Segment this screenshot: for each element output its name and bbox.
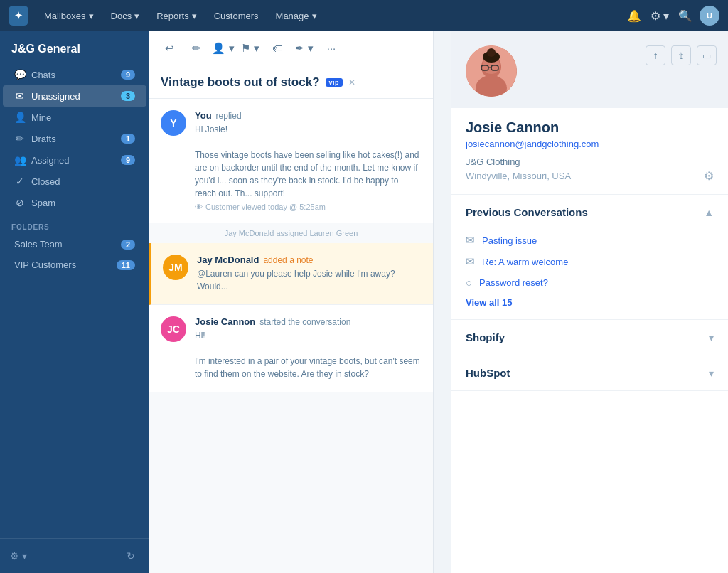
shopify-title: Shopify (466, 331, 505, 343)
nav-reports[interactable]: Reports ▾ (149, 8, 204, 24)
nav-customers[interactable]: Customers (207, 8, 266, 24)
sidebar-item-vip-customers[interactable]: VIP Customers 11 (3, 255, 146, 275)
hubspot-chevron: ▾ (709, 368, 714, 379)
sidebar-label-spam: Spam (31, 198, 135, 208)
msg-action-jay: added a note (263, 255, 313, 265)
customer-panel: f 𝕥 ▭ Josie Cannon josiecannon@jandgclot… (451, 31, 728, 573)
sidebar-item-sales-team[interactable]: Sales Team 2 (3, 234, 146, 255)
sidebar-item-assigned[interactable]: 👥 Assigned 9 (3, 149, 146, 171)
message-josie[interactable]: JC Josie Cannon started the conversation… (149, 305, 433, 392)
sidebar-item-chats[interactable]: 💬 Chats 9 (3, 64, 146, 85)
sidebar-item-unassigned[interactable]: ✉ Unassigned 3 (3, 85, 146, 107)
nav-logo[interactable]: ✦ (9, 6, 28, 26)
shopify-section: Shopify ▾ (451, 320, 728, 355)
sidebar-label-mine: Mine (31, 112, 135, 123)
toolbar-compose-button[interactable]: ✒ ▾ (293, 37, 316, 60)
sidebar-title: J&G General (0, 31, 149, 64)
toolbar-assign-button[interactable]: 👤 ▾ (212, 37, 235, 60)
prev-conv-chat-icon: ○ (466, 277, 472, 289)
customer-avatar (466, 45, 517, 97)
mine-icon: 👤 (14, 112, 26, 123)
toolbar-more-button[interactable]: ··· (320, 37, 343, 60)
msg-text-jay: @Lauren can you please help Josie while … (197, 267, 422, 293)
sidebar-settings-icon[interactable]: ⚙ ▾ (9, 546, 28, 566)
sidebar-label-vip-customers: VIP Customers (14, 259, 111, 270)
sidebar-item-closed[interactable]: ✓ Closed (3, 171, 146, 192)
closed-icon: ✓ (14, 176, 26, 187)
hubspot-header[interactable]: HubSpot ▾ (451, 355, 728, 390)
shopify-header[interactable]: Shopify ▾ (451, 320, 728, 355)
prev-conv-warm-welcome[interactable]: ✉ Re: A warm welcome (466, 251, 714, 272)
avatar-jay: JM (163, 255, 188, 280)
previous-conversations-section: Previous Conversations ▲ ✉ Pasting issue… (451, 195, 728, 320)
sidebar-badge-assigned: 9 (121, 155, 135, 165)
sidebar-badge-drafts: 1 (121, 134, 135, 144)
msg-sender-josie: Josie Cannon (195, 316, 255, 327)
nav-docs[interactable]: Docs ▾ (104, 8, 147, 24)
msg-content-jay: Jay McDonald added a note @Lauren can yo… (197, 255, 422, 293)
sidebar-bottom: ⚙ ▾ ↻ (0, 538, 149, 573)
customer-name: Josie Cannon (466, 119, 714, 136)
prev-conv-email-icon-1: ✉ (466, 234, 475, 247)
twitter-icon[interactable]: 𝕥 (671, 45, 691, 65)
user-avatar[interactable]: U (700, 6, 719, 26)
main-layout: J&G General 💬 Chats 9 ✉ Unassigned 3 👤 M… (0, 31, 728, 573)
sidebar-label-chats: Chats (31, 70, 115, 80)
view-all-link[interactable]: View all 15 (466, 293, 714, 308)
right-panel (434, 31, 451, 573)
sidebar-badge-unassigned: 3 (121, 91, 135, 101)
conv-messages: Y You replied Hi Josie!Those vintage boo… (149, 99, 433, 573)
facebook-icon[interactable]: f (646, 45, 665, 65)
chat-icon: 💬 (14, 69, 26, 80)
customer-email[interactable]: josiecannon@jandgclothing.com (466, 139, 714, 149)
remove-vip-icon[interactable]: ✕ (348, 77, 355, 87)
previous-conversations-header[interactable]: Previous Conversations ▲ (451, 195, 728, 230)
drafts-icon: ✏ (14, 133, 26, 144)
sidebar-badge-vip-customers: 11 (117, 260, 135, 270)
spam-icon: ⊘ (14, 197, 26, 208)
prev-conv-body: ✉ Pasting issue ✉ Re: A warm welcome ○ P… (451, 230, 728, 319)
customer-avatar-img (466, 45, 517, 97)
customer-location: Windyville, Missouri, USA ⚙ (466, 169, 714, 183)
website-icon[interactable]: ▭ (697, 45, 717, 65)
conversation-list: ↩ ✏ 👤 ▾ ⚑ ▾ 🏷 ✒ ▾ ··· Vintage boots out … (149, 31, 434, 573)
customer-header: f 𝕥 ▭ (451, 31, 728, 108)
settings-icon[interactable]: ⚙ ▾ (648, 4, 671, 27)
assigned-icon: 👥 (14, 154, 26, 166)
toolbar-tag-button[interactable]: 🏷 (266, 37, 289, 60)
notifications-icon[interactable]: 🔔 (623, 4, 646, 27)
avatar-you: Y (161, 110, 186, 136)
prev-conv-pasting[interactable]: ✉ Pasting issue (466, 230, 714, 251)
vip-badge: vip (326, 78, 343, 87)
msg-header-josie: Josie Cannon started the conversation (195, 316, 422, 327)
msg-text-josie: Hi!I'm interested in a pair of your vint… (195, 329, 422, 380)
sidebar: J&G General 💬 Chats 9 ✉ Unassigned 3 👤 M… (0, 31, 149, 573)
sidebar-item-drafts[interactable]: ✏ Drafts 1 (3, 128, 146, 149)
customer-settings-icon[interactable]: ⚙ (704, 169, 714, 183)
sidebar-label-drafts: Drafts (31, 134, 115, 144)
search-icon[interactable]: 🔍 (674, 4, 697, 27)
message-jay[interactable]: JM Jay McDonald added a note @Lauren can… (149, 243, 433, 305)
msg-header-jay: Jay McDonald added a note (197, 255, 422, 265)
sidebar-label-sales-team: Sales Team (14, 239, 115, 250)
message-you[interactable]: Y You replied Hi Josie!Those vintage boo… (149, 99, 433, 223)
toolbar-flag-button[interactable]: ⚑ ▾ (239, 37, 262, 60)
msg-header-you: You replied (195, 110, 422, 121)
sidebar-item-mine[interactable]: 👤 Mine (3, 107, 146, 128)
nav-mailboxes[interactable]: Mailboxes ▾ (37, 8, 101, 24)
prev-conv-email-icon-2: ✉ (466, 255, 475, 268)
nav-manage[interactable]: Manage ▾ (269, 8, 324, 24)
sidebar-refresh-icon[interactable]: ↻ (121, 546, 141, 566)
hubspot-section: HubSpot ▾ (451, 355, 728, 391)
prev-conv-title: Previous Conversations (466, 206, 588, 218)
sidebar-item-spam[interactable]: ⊘ Spam (3, 192, 146, 213)
prev-conv-password-reset[interactable]: ○ Password reset? (466, 272, 714, 293)
conv-toolbar: ↩ ✏ 👤 ▾ ⚑ ▾ 🏷 ✒ ▾ ··· (149, 31, 433, 65)
toolbar-undo-button[interactable]: ↩ (158, 37, 181, 60)
sidebar-label-assigned: Assigned (31, 155, 115, 166)
msg-meta-you: 👁 Customer viewed today @ 5:25am (195, 203, 422, 211)
unassigned-icon: ✉ (14, 90, 26, 102)
toolbar-edit-button[interactable]: ✏ (185, 37, 208, 60)
sidebar-badge-chats: 9 (121, 70, 135, 80)
msg-sender-jay: Jay McDonald (197, 255, 259, 265)
